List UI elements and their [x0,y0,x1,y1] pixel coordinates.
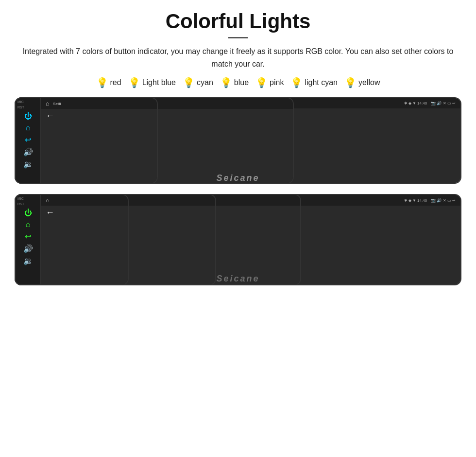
device-card-3: MIC RST ⏻ ⌂ ↩ 🔊 🔉 ⌂ Setti [15,97,158,184]
color-label-red: red [110,78,121,87]
description: Integrated with 7 colors of button indic… [19,45,457,70]
color-label-lightblue: Light blue [142,78,176,87]
bulb-cyan: 💡 [183,77,195,88]
bulb-lightcyan: 💡 [290,77,303,88]
bulb-pink: 💡 [255,77,268,88]
color-item-lightblue: 💡 Light blue [128,77,176,88]
page-container: Colorful Lights Integrated with 7 colors… [0,0,476,457]
color-item-yellow: 💡 yellow [344,77,380,88]
bulb-red: 💡 [96,77,108,88]
color-item-cyan: 💡 cyan [183,77,213,88]
color-label-cyan: cyan [197,78,213,87]
page-title: Colorful Lights [166,10,311,33]
color-item-pink: 💡 pink [255,77,284,88]
top-device-stack: MIC RST ⏻ ⌂ ↩ 🔊 🔉 ⌂ Settings [15,97,461,187]
color-list: 💡 red 💡 Light blue 💡 cyan 💡 blue 💡 pink … [96,77,380,88]
top-device-row: MIC RST ⏻ ⌂ ↩ 🔊 🔉 ⌂ Settings [15,97,461,187]
color-item-blue: 💡 blue [220,77,249,88]
bulb-blue: 💡 [220,77,232,88]
color-label-pink: pink [270,78,284,87]
color-item-red: 💡 red [96,77,121,88]
color-item-lightcyan: 💡 light cyan [290,77,338,88]
bulb-yellow: 💡 [344,77,357,88]
bulb-lightblue: 💡 [128,77,140,88]
devices-section: MIC RST ⏻ ⌂ ↩ 🔊 🔉 ⌂ Settings [15,97,461,291]
color-label-blue: blue [234,78,249,87]
color-label-yellow: yellow [358,78,380,87]
bottom-device-4: MIC RST ⏻ ⌂ ↩ 🔊 🔉 ⌂ [15,194,129,285]
title-divider [228,37,248,38]
color-label-lightcyan: light cyan [305,78,338,87]
bottom-device-row: MIC RST ⏻ ⌂ ↩ 🔊 🔉 ⌂ Settings [15,194,461,291]
bottom-device-stack: MIC RST ⏻ ⌂ ↩ 🔊 🔉 ⌂ Settings [15,194,461,289]
